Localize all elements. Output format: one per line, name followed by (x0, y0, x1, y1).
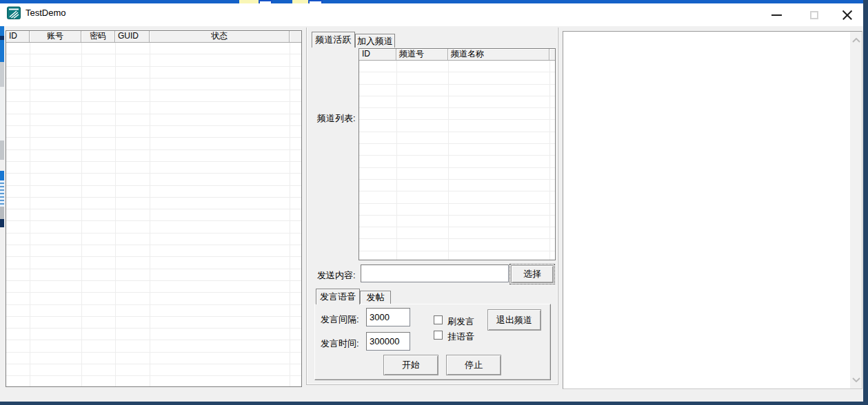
background-artifact (0, 171, 4, 180)
column-header-status[interactable]: 状态 (150, 31, 290, 42)
minimize-icon (771, 14, 782, 16)
background-artifact (0, 180, 4, 207)
grid-line (448, 61, 449, 260)
grid-line (81, 43, 82, 386)
scroll-up-icon[interactable] (850, 34, 862, 46)
window-title: TestDemo (26, 8, 66, 18)
exit-channel-button[interactable]: 退出频道 (487, 309, 541, 331)
titlebar: TestDemo (0, 3, 863, 26)
column-header-guid[interactable]: GUID (115, 31, 150, 42)
window-border-right (863, 0, 868, 405)
grid-line (290, 43, 290, 386)
send-content-input[interactable] (361, 264, 509, 282)
interval-label: 发言间隔: (321, 313, 359, 326)
grid-line (115, 43, 116, 386)
stop-button[interactable]: 停止 (446, 355, 501, 375)
app-window: TestDemo ID 账号 密码 GUID 状态 (0, 0, 868, 405)
tab-label: 发言语音 (320, 291, 356, 303)
background-artifact (0, 141, 4, 160)
background-artifact (0, 219, 4, 227)
app-icon (7, 6, 21, 20)
interval-input[interactable] (366, 308, 410, 326)
background-artifact (0, 87, 4, 141)
close-icon (842, 10, 853, 21)
accounts-table-body[interactable] (6, 43, 301, 386)
channels-table-body[interactable] (359, 61, 555, 260)
channel-list-label: 频道列表: (317, 112, 356, 125)
log-output[interactable] (564, 32, 849, 388)
column-header-password[interactable]: 密码 (81, 31, 115, 42)
voice-checkbox-label: 挂语音 (447, 331, 474, 343)
tab-channel-active[interactable]: 频道活跃 (312, 32, 355, 48)
tab-label: 频道活跃 (316, 34, 352, 46)
window-border-bottom (0, 402, 868, 405)
spam-checkbox[interactable] (434, 315, 443, 324)
voice-checkbox[interactable] (434, 331, 443, 340)
accounts-table[interactable]: ID 账号 密码 GUID 状态 (6, 30, 302, 387)
grid-line (549, 61, 550, 260)
grid-line (150, 43, 150, 386)
close-button[interactable] (833, 3, 862, 26)
tab-speech-voice[interactable]: 发言语音 (316, 289, 360, 304)
tab-post[interactable]: 发帖 (360, 291, 391, 304)
column-header-filler (290, 31, 301, 42)
minimize-button[interactable] (762, 3, 791, 26)
background-artifact (0, 62, 4, 87)
tab-label: 发帖 (367, 291, 385, 304)
maximize-icon (810, 11, 818, 19)
scroll-down-icon[interactable] (850, 374, 862, 386)
channels-table[interactable]: ID 频道号 频道名称 (359, 48, 556, 260)
select-button[interactable]: 选择 (511, 265, 554, 283)
grid-line (30, 43, 30, 386)
tab-label: 加入频道 (357, 35, 393, 48)
column-header-id[interactable]: ID (6, 31, 30, 42)
log-scrollbar[interactable] (850, 32, 862, 388)
accounts-table-header: ID 账号 密码 GUID 状态 (6, 31, 301, 43)
channels-table-header: ID 频道号 频道名称 (359, 49, 555, 61)
spam-checkbox-label: 刷发言 (447, 315, 474, 328)
background-artifact (0, 207, 4, 219)
column-header-channel-id[interactable]: ID (359, 49, 396, 60)
duration-input[interactable] (366, 332, 410, 351)
duration-label: 发言时间: (321, 338, 359, 350)
background-artifact (0, 40, 4, 62)
grid-line (396, 61, 397, 260)
column-header-channel-name[interactable]: 频道名称 (448, 49, 549, 60)
background-artifact (0, 26, 4, 36)
tab-join-channel[interactable]: 加入频道 (355, 34, 395, 48)
column-header-channel-number[interactable]: 频道号 (396, 49, 448, 60)
column-header-filler (549, 49, 555, 60)
column-header-account[interactable]: 账号 (30, 31, 81, 42)
send-content-label: 发送内容: (317, 269, 356, 282)
maximize-button[interactable] (800, 3, 829, 26)
start-button[interactable]: 开始 (383, 355, 438, 375)
log-panel (563, 31, 862, 389)
